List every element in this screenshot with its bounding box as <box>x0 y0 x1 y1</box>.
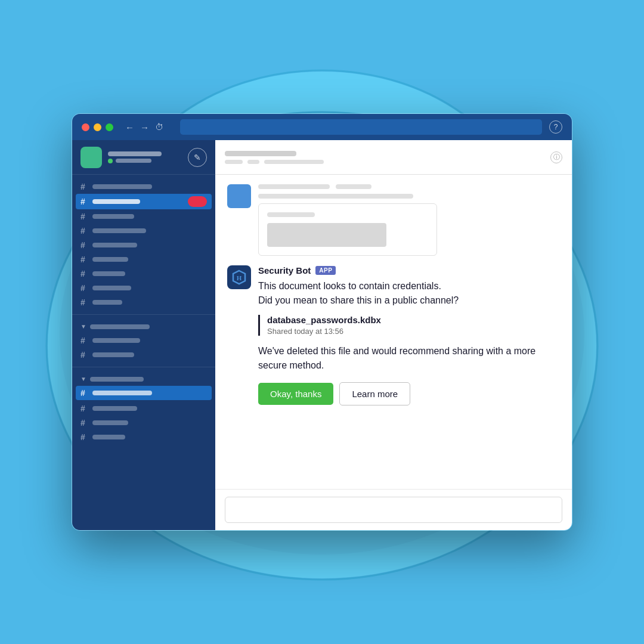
workspace-status <box>108 159 162 163</box>
channel-item[interactable]: # <box>72 295 215 309</box>
skeleton-time-bar <box>336 184 371 189</box>
channel-hash-icon: # <box>80 182 89 191</box>
info-icon[interactable]: ⓘ <box>550 151 562 163</box>
channel-item[interactable]: # <box>72 209 215 224</box>
skeleton-card-body <box>267 223 386 247</box>
url-bar[interactable] <box>180 119 542 135</box>
channel-name-bar <box>92 300 122 305</box>
channel-hash-icon: # <box>80 388 89 398</box>
history-icon[interactable]: ⏱ <box>155 122 163 132</box>
skeleton-text-bar <box>258 194 413 199</box>
bot-header: Security Bot APP <box>258 265 560 275</box>
channel-item-active[interactable]: # <box>76 194 212 209</box>
nav-forward-icon[interactable]: → <box>140 122 149 132</box>
channel-item-selected[interactable]: # <box>76 386 212 400</box>
channel-item[interactable]: # <box>72 333 215 348</box>
sidebar: ✎ # # <box>72 140 215 530</box>
file-name: database_passwords.kdbx <box>267 315 560 325</box>
channel-name-bar <box>92 257 128 262</box>
workspace-name-block <box>108 151 162 163</box>
skeleton-content <box>258 184 560 256</box>
channel-hash-icon: # <box>80 298 89 307</box>
channel-name-bar <box>92 435 125 439</box>
close-button[interactable] <box>82 123 89 131</box>
unread-badge <box>188 196 207 207</box>
channel-name-bar <box>92 228 146 233</box>
section-header-2[interactable]: ▼ <box>72 372 215 386</box>
channel-name-bar <box>92 391 152 395</box>
channel-hash-icon: # <box>80 255 89 264</box>
sidebar-section-2: ▼ # # <box>72 320 215 362</box>
chat-sub-bar <box>247 160 259 164</box>
channel-name-bar <box>92 271 125 276</box>
channel-hash-icon: # <box>80 404 89 413</box>
bot-name: Security Bot <box>258 265 311 275</box>
channel-item[interactable]: # <box>72 416 215 430</box>
channel-item[interactable]: # <box>72 224 215 238</box>
file-meta: Shared today at 13:56 <box>267 327 560 336</box>
channel-name-bar <box>92 352 134 357</box>
channel-item[interactable]: # <box>72 401 215 416</box>
section-arrow-icon: ▼ <box>80 376 86 382</box>
channel-hash-icon: # <box>80 418 89 428</box>
main-content: ✎ # # <box>72 140 572 530</box>
svg-text:H: H <box>237 274 242 281</box>
chat-messages: H Security Bot APP This document looks t… <box>215 175 572 489</box>
channel-hash-icon: # <box>80 269 89 278</box>
chat-input-area <box>215 489 572 530</box>
maximize-button[interactable] <box>106 123 113 131</box>
sidebar-channels-section: # # # # <box>72 179 215 309</box>
workspace-header: ✎ <box>72 140 215 175</box>
channel-item[interactable]: # <box>72 267 215 281</box>
channel-name-bar <box>92 420 128 425</box>
status-dot <box>108 159 113 163</box>
section-header[interactable]: ▼ <box>72 320 215 333</box>
channel-item[interactable]: # <box>72 252 215 267</box>
minimize-button[interactable] <box>94 123 101 131</box>
channel-item[interactable]: # <box>72 179 215 194</box>
bot-message: H Security Bot APP This document looks t… <box>227 265 560 405</box>
skeleton-message <box>227 184 560 256</box>
channel-item[interactable]: # <box>72 238 215 252</box>
compose-button[interactable]: ✎ <box>188 148 207 167</box>
channel-item[interactable]: # <box>72 348 215 362</box>
channel-hash-icon: # <box>80 432 89 442</box>
chat-sub-bar <box>264 160 324 164</box>
section-title-bar <box>90 377 144 382</box>
bot-content: Security Bot APP This document looks to … <box>258 265 560 405</box>
status-bar <box>116 159 151 163</box>
channel-item[interactable]: # <box>72 281 215 295</box>
channel-hash-icon: # <box>80 226 89 236</box>
nav-back-icon[interactable]: ← <box>125 122 134 132</box>
channel-item[interactable]: # <box>72 430 215 444</box>
channel-hash-icon: # <box>80 350 89 360</box>
channel-name-bar <box>92 184 152 189</box>
chat-input-box[interactable] <box>225 497 562 523</box>
workspace-name-bar <box>108 151 162 156</box>
help-button[interactable]: ? <box>549 120 562 134</box>
nav-controls: ← → ⏱ <box>125 122 163 132</box>
app-window: ← → ⏱ ? <box>72 113 572 531</box>
traffic-lights <box>82 123 113 131</box>
workspace-info <box>80 147 162 168</box>
secondary-text: We've deleted this file and would recomm… <box>258 344 560 373</box>
channel-name-bar <box>92 199 140 204</box>
channel-hash-icon: # <box>80 240 89 250</box>
action-buttons: Okay, thanks Learn more <box>258 382 560 405</box>
bot-logo-icon: H <box>231 270 247 285</box>
chat-sub-bar <box>225 160 243 164</box>
chat-area: ⓘ <box>215 140 572 530</box>
section-title-bar <box>90 324 150 329</box>
channel-hash-icon: # <box>80 212 89 221</box>
learn-more-button[interactable]: Learn more <box>339 382 410 405</box>
sidebar-body: # # # # <box>72 175 215 530</box>
channel-hash-icon: # <box>80 197 89 206</box>
channel-hash-icon: # <box>80 283 89 293</box>
skeleton-card <box>258 203 437 256</box>
okay-thanks-button[interactable]: Okay, thanks <box>258 383 333 405</box>
title-bar: ← → ⏱ ? <box>72 114 572 140</box>
bot-avatar: H <box>227 265 251 289</box>
skeleton-name-row <box>258 184 560 189</box>
channel-name-bar <box>92 243 137 247</box>
bot-main-text: This document looks to contain credentia… <box>258 279 560 308</box>
